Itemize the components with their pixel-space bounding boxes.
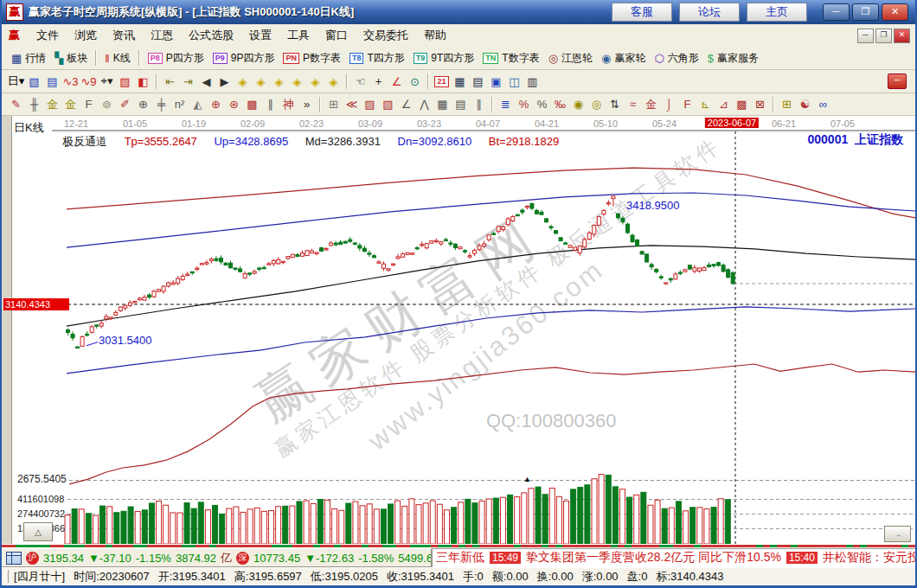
golden-section-line[interactable]: 金	[43, 96, 61, 113]
menu-item-帮助[interactable]: 帮助	[416, 26, 454, 44]
diamond-tool-2[interactable]: ◈	[252, 73, 270, 90]
toolbar-button-9p-square[interactable]: P99P四方形	[208, 49, 279, 67]
save-icon[interactable]: ▣	[487, 73, 505, 90]
updown-arrows[interactable]: ⇅	[606, 96, 624, 113]
gold-circle-1[interactable]: ◉	[569, 96, 587, 113]
news-item[interactable]: 挚文集团第一季度营收28.2亿元 同比下滑10.5%	[526, 550, 781, 566]
quote-grid-icon[interactable]	[6, 552, 22, 565]
lines-in-square[interactable]: ▧	[379, 96, 397, 113]
fan-in-square[interactable]: ▨	[361, 96, 379, 113]
toolbar-button-9t-square[interactable]: T99T四方形	[409, 49, 479, 67]
wave-9-icon[interactable]: ∿9	[80, 73, 98, 90]
j-line-tool[interactable]: ⌡	[660, 96, 678, 113]
close-button[interactable]: ✕	[882, 3, 908, 21]
grid-tool[interactable]: ╪	[152, 96, 170, 113]
delta-angle-tool[interactable]: ⊿	[715, 96, 733, 113]
index-quote-panel[interactable]: 沪 3195.34 ▼-37.10 -1.15% 3874.92 亿 深 107…	[2, 548, 432, 567]
stats-panel[interactable]: ≣	[497, 96, 515, 113]
mirror-angle-tool[interactable]: ◭	[189, 96, 207, 113]
toolbar-button-t-square[interactable]: T8T四方形	[345, 49, 409, 67]
menu-item-交易委托[interactable]: 交易委托	[356, 26, 416, 44]
more-tools[interactable]: »	[298, 96, 316, 113]
next-bar-button[interactable]: ▶	[215, 73, 234, 90]
print-icon[interactable]: ▥	[523, 73, 542, 90]
first-bar-button[interactable]: ⇤	[161, 73, 179, 90]
wave-tool[interactable]: ≈	[624, 96, 642, 113]
toolbar-button-p-number-table[interactable]: PNP数字表	[279, 49, 345, 67]
toolbar-button-winner-wheel[interactable]: ◉赢家轮	[597, 49, 650, 67]
zoom-tool[interactable]: ⊙	[406, 73, 424, 90]
minimize-button[interactable]: ─	[823, 3, 850, 21]
parallel-channels[interactable]: ∥	[470, 96, 488, 113]
wave-3-icon[interactable]: ∿3	[61, 73, 80, 90]
mdi-minimize-button[interactable]: ─	[857, 29, 874, 43]
export-icon[interactable]: ◫	[505, 73, 523, 90]
diamond-tool-4[interactable]: ◈	[288, 73, 306, 90]
angle-line[interactable]: ∠	[397, 96, 415, 113]
homepage-button[interactable]: 主页	[747, 3, 807, 22]
fibonacci-line[interactable]: F	[80, 96, 98, 113]
toolbar-button-p-square[interactable]: P8P四方形	[144, 49, 208, 67]
toolbar-button-kline[interactable]: ‖K线	[100, 49, 134, 67]
forum-button[interactable]: 论坛	[679, 3, 740, 22]
toolbar-button-t-number-table[interactable]: TNT数字表	[478, 49, 543, 67]
menu-item-文件[interactable]: 文件	[29, 26, 67, 44]
period-selector[interactable]: 日▾	[7, 73, 25, 90]
gold-circle-2[interactable]: ◎	[587, 96, 606, 113]
hand-tool[interactable]: ☜	[351, 73, 369, 90]
cycle-circle-tool[interactable]: ⊛	[225, 96, 243, 113]
calculator-icon[interactable]: ▦	[451, 73, 469, 90]
golden-ratio-line[interactable]: 金	[61, 96, 80, 113]
pin-button[interactable]: ─	[888, 74, 907, 89]
gann-fan[interactable]: ≪	[343, 96, 361, 113]
draw-brush[interactable]: ✎	[7, 96, 25, 113]
angle-gold-tool[interactable]: ⊾	[696, 96, 715, 113]
toolbar-button-quotes[interactable]: ▦行情	[7, 49, 50, 67]
angle-tool[interactable]: ∠	[388, 73, 406, 90]
crosshair-tool[interactable]: ＋	[369, 73, 388, 90]
customer-service-button[interactable]: 客服	[612, 3, 672, 22]
menu-item-工具[interactable]: 工具	[279, 26, 317, 44]
x-box-tool[interactable]: ⊠	[751, 96, 769, 113]
last-bar-button[interactable]: ⇥	[179, 73, 197, 90]
dense-grid-tool[interactable]: ▩	[733, 96, 751, 113]
box-select-tool[interactable]: ⊞	[324, 96, 343, 113]
scroll-right-button[interactable]: →	[884, 526, 911, 542]
news-item[interactable]: 井松智能：安元投资	[823, 550, 917, 566]
prev-bar-button[interactable]: ◀	[197, 73, 215, 90]
gann-special-tool[interactable]: 神	[279, 96, 298, 113]
infinity-tool[interactable]: ∞	[814, 96, 832, 113]
menu-item-公式选股[interactable]: 公式选股	[181, 26, 241, 44]
grid-window[interactable]: ⊞	[778, 96, 796, 113]
toolbar-button-hexagon[interactable]: ⬡六角形	[650, 49, 702, 67]
color-chart-icon[interactable]: ◧	[134, 73, 152, 90]
menu-item-江恩[interactable]: 江恩	[143, 26, 181, 44]
gann-circle[interactable]: ⊕	[207, 96, 225, 113]
info-panel-icon[interactable]: ▤	[43, 73, 61, 90]
toolbar-button-gann-wheel[interactable]: ◎江恩轮	[544, 49, 597, 67]
grid-square[interactable]: ▦	[433, 96, 452, 113]
chart-pane[interactable]: 赢家财富网 赢家江恩软件 股票分析软件 极反通道工具软件 www.yingjia…	[2, 116, 917, 544]
draw-pen[interactable]: ✐	[116, 96, 134, 113]
menu-item-窗口[interactable]: 窗口	[317, 26, 356, 44]
toolbar-button-winner-service[interactable]: $赢家服务	[703, 49, 763, 67]
mdi-restore-button[interactable]: ❐	[875, 29, 892, 43]
diamond-tool-6[interactable]: ◈	[324, 73, 343, 90]
menu-item-浏览[interactable]: 浏览	[67, 26, 105, 44]
diamond-tool-3[interactable]: ◈	[270, 73, 288, 90]
parallel-line-tool[interactable]: ∥	[261, 96, 279, 113]
notebook-icon[interactable]: ▤	[469, 73, 487, 90]
permille-line[interactable]: ‰	[551, 96, 569, 113]
ruled-square[interactable]: ▤	[452, 96, 470, 113]
scroll-up-button[interactable]: △	[23, 522, 53, 541]
percent-line[interactable]: %	[515, 96, 533, 113]
yin-yang-tool[interactable]: ☯	[796, 96, 814, 113]
gann-grid-line[interactable]: ╫	[25, 96, 43, 113]
menu-item-资讯[interactable]: 资讯	[105, 26, 143, 44]
circle-tool[interactable]: ⊕	[134, 96, 152, 113]
diamond-tool-5[interactable]: ◈	[306, 73, 324, 90]
kline-canvas[interactable]	[2, 116, 917, 544]
calendar-icon[interactable]: 21	[433, 73, 451, 90]
chart-mode-icon[interactable]: ▧	[25, 73, 43, 90]
golden-price-line[interactable]: 金	[642, 96, 660, 113]
